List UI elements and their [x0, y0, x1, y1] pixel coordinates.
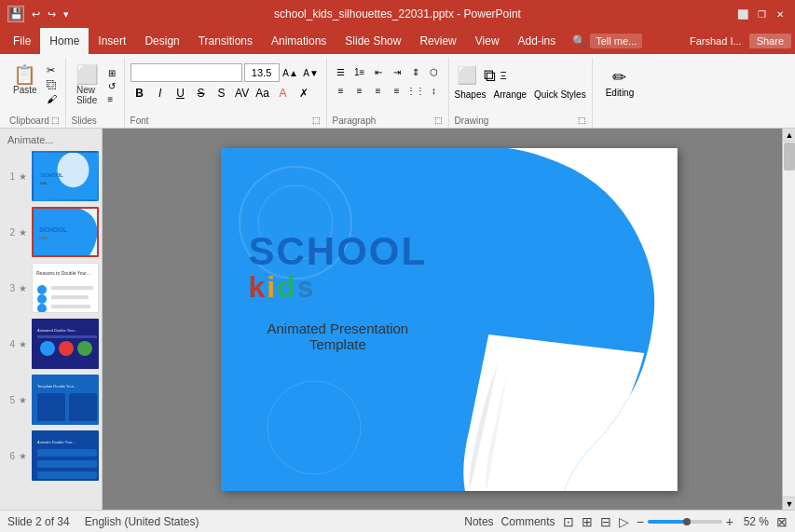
tab-addins[interactable]: Add-ins: [509, 28, 566, 54]
scroll-up-button[interactable]: ▲: [783, 129, 795, 142]
slide-item-5[interactable]: 5 ★ Template Double Your...: [4, 375, 98, 425]
slide-thumb-5[interactable]: Template Double Your...: [32, 375, 99, 425]
quick-access-toolbar: ↩ ↪ ▾: [30, 7, 71, 21]
tab-design[interactable]: Design: [135, 28, 188, 54]
comments-button[interactable]: Comments: [501, 515, 555, 528]
font-size-decrease[interactable]: A▼: [302, 63, 321, 82]
notes-button[interactable]: Notes: [464, 515, 493, 528]
clear-format-button[interactable]: ✗: [295, 84, 313, 102]
fit-slide-button[interactable]: ⊠: [776, 514, 788, 529]
new-slide-button[interactable]: ⬜ NewSlide: [72, 63, 103, 107]
slide-thumb-6[interactable]: Animate Double Your...: [32, 430, 99, 481]
scroll-down-button[interactable]: ▼: [783, 497, 795, 510]
format-painter-button[interactable]: 🖌: [44, 92, 60, 105]
slide-star-4: ★: [19, 339, 28, 349]
columns[interactable]: ⋮⋮: [407, 82, 424, 99]
slide-thumb-3[interactable]: Reasons to Double Your...: [32, 263, 99, 313]
zoom-plus-button[interactable]: +: [726, 514, 733, 529]
slide-thumb-2[interactable]: SCHOOL kids: [32, 207, 99, 257]
bold-button[interactable]: B: [130, 84, 149, 102]
tab-file[interactable]: File: [4, 28, 40, 54]
copy-button[interactable]: ⿻: [44, 78, 60, 91]
editing-label: Editing: [606, 88, 635, 98]
strikethrough-button[interactable]: S: [192, 84, 211, 102]
font-name-input[interactable]: [130, 63, 242, 82]
minimize-button[interactable]: ⬜: [735, 7, 750, 21]
svg-point-10: [37, 294, 47, 304]
text-direction[interactable]: ⇕: [407, 63, 424, 80]
tell-me-input[interactable]: Tell me...: [590, 34, 642, 48]
restore-button[interactable]: ❐: [754, 7, 769, 21]
slide-item-4[interactable]: 4 ★ Animated Double Your...: [4, 319, 98, 369]
align-left[interactable]: ≡: [333, 82, 350, 99]
slide-item-6[interactable]: 6 ★ Animate Double Your...: [4, 430, 98, 481]
paragraph-expand[interactable]: ⬚: [434, 116, 443, 125]
zoom-level[interactable]: 52 %: [741, 515, 769, 528]
tab-animations[interactable]: Animations: [262, 28, 336, 54]
share-button[interactable]: Share: [749, 34, 791, 48]
tab-insert[interactable]: Insert: [89, 28, 135, 54]
numbering-button[interactable]: 1≡: [351, 63, 368, 80]
align-center[interactable]: ≡: [351, 82, 368, 99]
cut-button[interactable]: ✂: [44, 63, 60, 77]
slide-item-2[interactable]: 2 ★ SCHOOL kids: [4, 207, 98, 257]
clipboard-expand[interactable]: ⬚: [51, 116, 60, 125]
drawing-content: ⬜ ⧉ Ξ Shapes Arrange Quick Styles: [455, 60, 586, 114]
quick-styles-button[interactable]: Ξ: [500, 70, 507, 81]
undo-button[interactable]: ↩: [30, 7, 42, 21]
svg-rect-29: [37, 471, 97, 479]
arrange-button[interactable]: ⧉: [482, 64, 498, 88]
tab-slideshow[interactable]: Slide Show: [336, 28, 410, 54]
layout-button[interactable]: ⊞: [105, 67, 118, 79]
tab-transitions[interactable]: Transitions: [189, 28, 262, 54]
normal-view-button[interactable]: ⊡: [563, 514, 574, 529]
save-icon[interactable]: 💾: [7, 6, 24, 22]
slide-thumb-1[interactable]: SCHOOL kids: [32, 151, 99, 201]
font-expand[interactable]: ⬚: [312, 116, 321, 125]
justify[interactable]: ≡: [389, 82, 405, 99]
tab-review[interactable]: Review: [410, 28, 465, 54]
shadow-button[interactable]: S: [212, 84, 231, 102]
slide-thumb-4[interactable]: Animated Double Your...: [32, 319, 99, 369]
convert-to-smartart[interactable]: ⬡: [426, 63, 443, 80]
tab-home[interactable]: Home: [40, 28, 89, 54]
tab-view[interactable]: View: [466, 28, 509, 54]
zoom-minus-button[interactable]: −: [637, 514, 644, 529]
font-size-increase[interactable]: A▲: [281, 63, 300, 82]
editing-group: ✏ Editing: [593, 58, 648, 128]
align-right[interactable]: ≡: [370, 82, 387, 99]
font-case-button[interactable]: Aa: [254, 84, 272, 102]
reading-view-button[interactable]: ⊟: [600, 514, 611, 529]
reset-button[interactable]: ↺: [105, 80, 118, 92]
underline-button[interactable]: U: [171, 84, 190, 102]
slideshow-button[interactable]: ▷: [619, 514, 629, 529]
slide-subtitle2: Template: [249, 336, 428, 352]
decrease-indent[interactable]: ⇤: [370, 63, 387, 80]
line-spacing[interactable]: ↕: [426, 82, 443, 99]
slide-item-1[interactable]: 1 ★ SCHOOL kids: [4, 151, 98, 201]
slide-sorter-button[interactable]: ⊞: [582, 514, 593, 529]
close-button[interactable]: ✕: [773, 7, 788, 21]
svg-point-11: [37, 304, 47, 313]
editing-button[interactable]: ✏ Editing: [598, 63, 642, 102]
zoom-slider: − +: [637, 514, 733, 529]
char-spacing-button[interactable]: AV: [233, 84, 252, 102]
slide-subtitle1: Animated Presentation: [249, 321, 428, 336]
slide-num-2: 2: [4, 227, 15, 238]
font-color-button[interactable]: A: [274, 84, 293, 102]
drawing-expand[interactable]: ⬚: [578, 116, 586, 125]
clipboard-small-buttons: ✂ ⿻ 🖌: [44, 63, 60, 105]
increase-indent[interactable]: ⇥: [389, 63, 405, 80]
redo-button[interactable]: ↪: [46, 7, 58, 21]
italic-button[interactable]: I: [151, 84, 170, 102]
bullets-button[interactable]: ☰: [333, 63, 350, 80]
font-size-input[interactable]: 13.5: [244, 63, 280, 82]
paste-button[interactable]: 📋 Paste: [9, 63, 41, 97]
shapes-button[interactable]: ⬜: [455, 63, 479, 88]
status-right: Notes Comments ⊡ ⊞ ⊟ ▷ − + 52 % ⊠: [464, 514, 788, 529]
qa-dropdown[interactable]: ▾: [62, 7, 71, 21]
zoom-handle[interactable]: [683, 518, 691, 525]
scroll-thumb[interactable]: [784, 143, 795, 171]
slide-item-3[interactable]: 3 ★ Reasons to Double Your...: [4, 263, 98, 313]
section-button[interactable]: ≡: [105, 93, 118, 105]
